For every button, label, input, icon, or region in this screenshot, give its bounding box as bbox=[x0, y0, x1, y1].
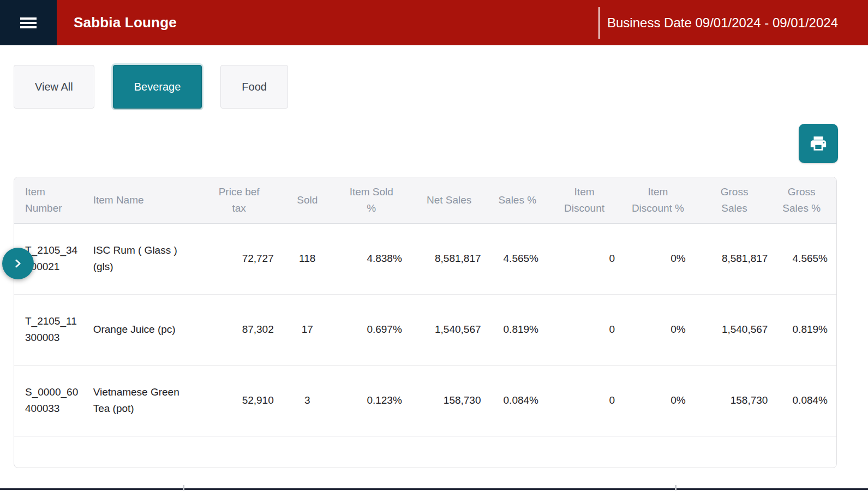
item-discount-cell bbox=[546, 436, 622, 468]
sales-pct-cell: 0.084% bbox=[489, 365, 546, 436]
sales-pct-cell bbox=[489, 436, 546, 468]
print-row bbox=[0, 124, 868, 163]
sold-cell: 118 bbox=[282, 223, 333, 294]
col-sold: Sold bbox=[282, 177, 333, 223]
col-gross-sales-pct: Gross Sales % bbox=[775, 177, 836, 223]
business-date-wrap: Business Date 09/01/2024 - 09/01/2024 bbox=[598, 0, 838, 45]
item-discount-pct-cell: 0% bbox=[622, 223, 693, 294]
printer-icon bbox=[809, 134, 828, 153]
item-name-cell: Orange Juice (pc) bbox=[93, 294, 197, 365]
print-button[interactable] bbox=[799, 124, 838, 163]
price-bef-tax-cell: 72,727 bbox=[197, 223, 282, 294]
gross-sales-pct-cell: 0.084% bbox=[775, 365, 836, 436]
item-name-cell: ISC Rum ( Glass ) (gls) bbox=[93, 223, 197, 294]
sold-cell bbox=[282, 436, 333, 468]
item-discount-pct-cell: 0% bbox=[622, 365, 693, 436]
col-price-bef-tax: Price bef tax bbox=[197, 177, 282, 223]
business-date: Business Date 09/01/2024 - 09/01/2024 bbox=[607, 15, 838, 31]
page-title: Sabbia Lounge bbox=[74, 14, 177, 31]
net-sales-cell bbox=[410, 436, 489, 468]
col-gross-sales: Gross Sales bbox=[693, 177, 776, 223]
table-row[interactable]: T_2105_34 300021 ISC Rum ( Glass ) (gls)… bbox=[14, 223, 836, 294]
item-discount-pct-cell: 0% bbox=[622, 294, 693, 365]
sold-cell: 17 bbox=[282, 294, 333, 365]
table-header-row: Item Number Item Name Price bef tax Sold… bbox=[14, 177, 836, 223]
bottom-bar-tick bbox=[675, 485, 677, 490]
col-item-sold-pct: Item Sold % bbox=[333, 177, 410, 223]
net-sales-cell: 158,730 bbox=[410, 365, 489, 436]
col-sales-pct: Sales % bbox=[489, 177, 546, 223]
item-number-cell: S_0000_60 400033 bbox=[14, 365, 93, 436]
menu-button[interactable] bbox=[0, 0, 57, 45]
net-sales-cell: 8,581,817 bbox=[410, 223, 489, 294]
sold-cell: 3 bbox=[282, 365, 333, 436]
item-discount-cell: 0 bbox=[546, 223, 622, 294]
item-sold-pct-cell: 4.838% bbox=[333, 223, 410, 294]
table-row[interactable]: T_2105_11 300003 Orange Juice (pc) 87,30… bbox=[14, 294, 836, 365]
gross-sales-pct-cell bbox=[775, 436, 836, 468]
gross-sales-cell: 158,730 bbox=[693, 365, 776, 436]
item-sold-pct-cell: 0.123% bbox=[333, 365, 410, 436]
table-row[interactable]: T_2105_11 Fresh Watermelon bbox=[14, 436, 836, 468]
item-discount-cell: 0 bbox=[546, 294, 622, 365]
bottom-bar-tick bbox=[183, 485, 184, 490]
chevron-right-icon bbox=[11, 256, 25, 271]
gross-sales-cell: 1,540,567 bbox=[693, 294, 776, 365]
col-item-discount-pct: Item Discount % bbox=[622, 177, 693, 223]
sales-report-table: Item Number Item Name Price bef tax Sold… bbox=[14, 177, 836, 468]
item-sold-pct-cell: 0.697% bbox=[333, 294, 410, 365]
gross-sales-pct-cell: 0.819% bbox=[775, 294, 836, 365]
date-divider bbox=[598, 7, 600, 39]
net-sales-cell: 1,540,567 bbox=[410, 294, 489, 365]
expand-row-button[interactable] bbox=[2, 248, 34, 279]
bottom-bar bbox=[0, 488, 868, 490]
table-row[interactable]: S_0000_60 400033 Vietnamese Green Tea (p… bbox=[14, 365, 836, 436]
view-all-button[interactable]: View All bbox=[14, 65, 94, 109]
sales-pct-cell: 4.565% bbox=[489, 223, 546, 294]
item-number-cell: T_2105_11 bbox=[14, 436, 93, 468]
col-item-name: Item Name bbox=[93, 177, 197, 223]
beverage-button[interactable]: Beverage bbox=[113, 65, 202, 109]
col-net-sales: Net Sales bbox=[410, 177, 489, 223]
item-name-cell: Fresh Watermelon bbox=[93, 436, 197, 468]
price-bef-tax-cell bbox=[197, 436, 282, 468]
price-bef-tax-cell: 87,302 bbox=[197, 294, 282, 365]
item-sold-pct-cell bbox=[333, 436, 410, 468]
gross-sales-cell bbox=[693, 436, 776, 468]
table-body: T_2105_34 300021 ISC Rum ( Glass ) (gls)… bbox=[14, 223, 836, 468]
item-discount-pct-cell bbox=[622, 436, 693, 468]
gross-sales-pct-cell: 4.565% bbox=[775, 223, 836, 294]
price-bef-tax-cell: 52,910 bbox=[197, 365, 282, 436]
category-filters: View All Beverage Food bbox=[14, 65, 868, 109]
col-item-number: Item Number bbox=[14, 177, 93, 223]
sales-pct-cell: 0.819% bbox=[489, 294, 546, 365]
item-number-cell: T_2105_11 300003 bbox=[14, 294, 93, 365]
app-bar: Sabbia Lounge Business Date 09/01/2024 -… bbox=[0, 0, 868, 45]
gross-sales-cell: 8,581,817 bbox=[693, 223, 776, 294]
food-button[interactable]: Food bbox=[220, 65, 288, 109]
item-discount-cell: 0 bbox=[546, 365, 622, 436]
col-item-discount: Item Discount bbox=[546, 177, 622, 223]
item-name-cell: Vietnamese Green Tea (pot) bbox=[93, 365, 197, 436]
sales-report-table-card: Item Number Item Name Price bef tax Sold… bbox=[14, 177, 837, 468]
hamburger-icon bbox=[20, 17, 37, 28]
